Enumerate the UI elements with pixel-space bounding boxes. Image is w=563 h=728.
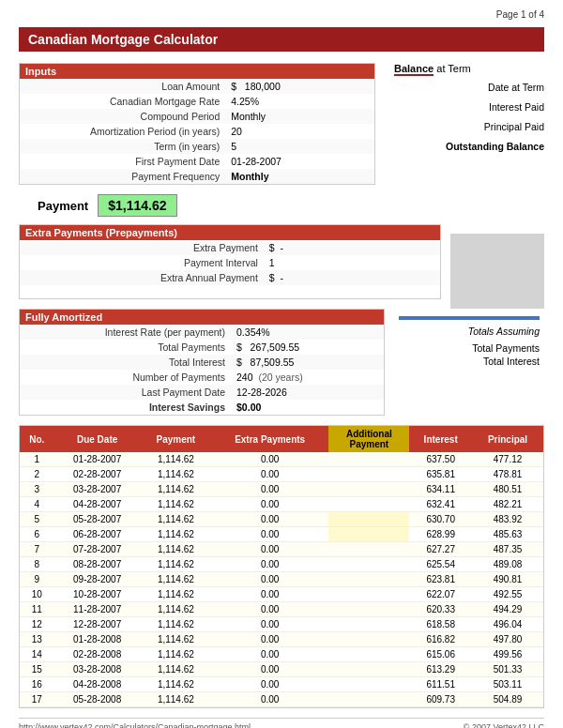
totals-assuming-label: Totals Assuming <box>399 325 540 338</box>
cell-extra: 0.00 <box>211 527 328 542</box>
cell-payment: 1,114.62 <box>141 677 211 692</box>
cell-principal: 496.04 <box>472 617 543 632</box>
loan-amount-value: $ 180,000 <box>225 79 374 94</box>
interest-rate-value: 0.354% <box>231 325 384 340</box>
totals-total-payments: Total Payments <box>399 341 540 355</box>
interest-savings-label: Interest Savings <box>20 400 231 415</box>
table-row: 3 03-28-2007 1,114.62 0.00 634.11 480.51 <box>20 482 543 497</box>
totals-total-interest: Total Interest <box>399 355 540 368</box>
cell-date: 08-28-2007 <box>53 557 140 572</box>
cell-extra: 0.00 <box>211 572 328 587</box>
inputs-table: Loan Amount $ 180,000 Canadian Mortgage … <box>20 79 374 184</box>
col-principal: Principal <box>472 426 543 452</box>
cell-payment: 1,114.62 <box>141 452 211 467</box>
cell-principal: 487.35 <box>472 542 543 557</box>
table-row: Interest Savings $0.00 <box>20 400 384 415</box>
cell-additional <box>328 542 409 557</box>
cell-date: 05-28-2007 <box>53 512 140 527</box>
table-row: Number of Payments 240 (20 years) <box>20 370 384 385</box>
totals-box: Totals Assuming Total Payments Total Int… <box>394 309 544 416</box>
extra-annual-label: Extra Annual Payment <box>20 270 264 285</box>
cell-payment: 1,114.62 <box>141 542 211 557</box>
fully-amortized-header: Fully Amortized <box>20 310 384 325</box>
cell-interest: 618.58 <box>409 617 472 632</box>
first-payment-label: First Payment Date <box>20 154 225 169</box>
extra-payment-label: Extra Payment <box>20 240 264 255</box>
cell-extra: 0.00 <box>211 617 328 632</box>
cell-extra: 0.00 <box>211 587 328 602</box>
inputs-header: Inputs <box>20 64 374 79</box>
col-interest: Interest <box>409 426 472 452</box>
table-row: First Payment Date 01-28-2007 <box>20 154 374 169</box>
balance-word: Balance <box>394 63 434 76</box>
cell-extra: 0.00 <box>211 512 328 527</box>
cell-additional <box>328 482 409 497</box>
balance-principal-paid: Principal Paid <box>394 117 544 137</box>
data-table-container: No. Due Date Payment Extra Payments Addi… <box>19 425 544 708</box>
footer-copyright: © 2007 Vertex42 LLC <box>464 722 544 728</box>
cell-additional <box>328 512 409 527</box>
balance-box: Balance at Term Date at Term Interest Pa… <box>394 63 544 185</box>
cell-no: 2 <box>20 467 53 482</box>
balance-header-rest: at Term <box>434 63 471 74</box>
cell-extra: 0.00 <box>211 602 328 617</box>
payment-row: Payment $1,114.62 <box>38 194 544 217</box>
cell-interest: 635.81 <box>409 467 472 482</box>
table-row: 10 10-28-2007 1,114.62 0.00 622.07 492.5… <box>20 587 543 602</box>
cell-no: 16 <box>20 677 53 692</box>
table-row: 5 05-28-2007 1,114.62 0.00 630.70 483.92 <box>20 512 543 527</box>
interest-savings-value: $0.00 <box>231 400 384 415</box>
cell-principal: 492.55 <box>472 587 543 602</box>
cell-interest: 620.33 <box>409 602 472 617</box>
cell-additional <box>328 572 409 587</box>
cell-date: 03-28-2008 <box>53 662 140 677</box>
payment-freq-label: Payment Frequency <box>20 169 225 184</box>
cell-principal: 499.56 <box>472 647 543 662</box>
cell-payment: 1,114.62 <box>141 662 211 677</box>
payment-label: Payment <box>38 199 88 213</box>
table-header-row: No. Due Date Payment Extra Payments Addi… <box>20 426 543 452</box>
cell-no: 17 <box>20 692 53 707</box>
table-row: 17 05-28-2008 1,114.62 0.00 609.73 504.8… <box>20 692 543 707</box>
cell-extra: 0.00 <box>211 632 328 647</box>
extra-section: Extra Payments (Prepayments) Extra Payme… <box>19 224 544 309</box>
cell-payment: 1,114.62 <box>141 482 211 497</box>
num-payments-value: 240 (20 years) <box>231 370 384 385</box>
cell-additional <box>328 527 409 542</box>
cell-principal: 497.80 <box>472 632 543 647</box>
cell-additional <box>328 662 409 677</box>
total-interest-label: Total Interest <box>20 355 231 370</box>
cell-payment: 1,114.62 <box>141 557 211 572</box>
cell-principal: 478.81 <box>472 467 543 482</box>
table-row: 15 03-28-2008 1,114.62 0.00 613.29 501.3… <box>20 662 543 677</box>
blue-divider <box>399 316 540 320</box>
cell-no: 1 <box>20 452 53 467</box>
cell-interest: 613.29 <box>409 662 472 677</box>
cell-payment: 1,114.62 <box>141 572 211 587</box>
cell-date: 01-28-2007 <box>53 452 140 467</box>
cell-principal: 501.33 <box>472 662 543 677</box>
cell-date: 10-28-2007 <box>53 587 140 602</box>
cell-interest: 609.73 <box>409 692 472 707</box>
cell-payment: 1,114.62 <box>141 527 211 542</box>
cell-date: 04-28-2008 <box>53 677 140 692</box>
footer-url: http://www.vertex42.com/Calculators/Cana… <box>19 722 251 728</box>
middle-section: Fully Amortized Interest Rate (per payme… <box>19 309 544 416</box>
cell-date: 02-28-2007 <box>53 467 140 482</box>
cell-no: 5 <box>20 512 53 527</box>
table-row: 9 09-28-2007 1,114.62 0.00 623.81 490.81 <box>20 572 543 587</box>
cell-no: 15 <box>20 662 53 677</box>
cell-interest: 616.82 <box>409 632 472 647</box>
table-row: 8 08-28-2007 1,114.62 0.00 625.54 489.08 <box>20 557 543 572</box>
cell-interest: 615.06 <box>409 647 472 662</box>
extra-payments-header: Extra Payments (Prepayments) <box>20 225 440 240</box>
cell-no: 3 <box>20 482 53 497</box>
cell-additional <box>328 587 409 602</box>
extra-payment-value: $ - <box>264 240 440 255</box>
term-value: 5 <box>225 139 374 154</box>
cell-principal: 489.08 <box>472 557 543 572</box>
cell-no: 6 <box>20 527 53 542</box>
cell-additional <box>328 452 409 467</box>
table-row: 1 01-28-2007 1,114.62 0.00 637.50 477.12 <box>20 452 543 467</box>
first-payment-value: 01-28-2007 <box>225 154 374 169</box>
